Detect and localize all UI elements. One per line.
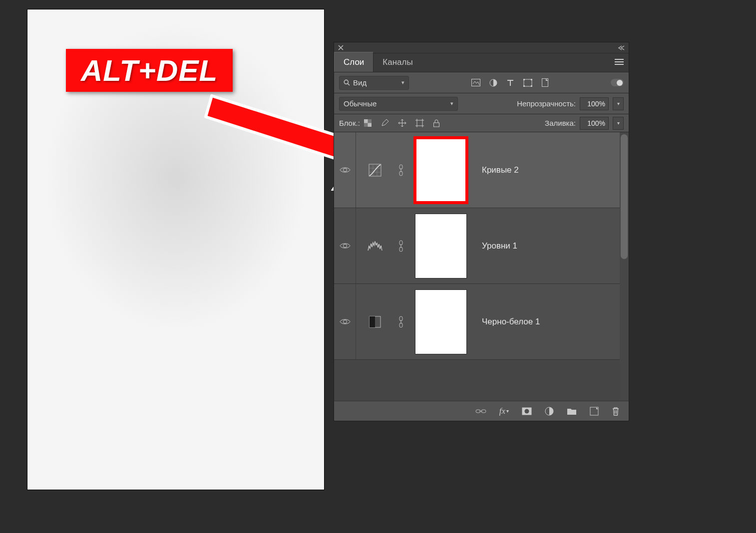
svg-point-14 [343,168,347,172]
new-adjustment-icon[interactable] [545,407,554,416]
shortcut-badge: ALT+DEL [66,49,233,92]
lock-artboard-icon[interactable] [415,119,424,127]
svg-point-28 [525,409,529,413]
fill-stepper[interactable]: ▾ [613,117,624,130]
opacity-value[interactable]: 100% [580,97,609,110]
filter-pixel-icon[interactable] [471,79,480,86]
svg-rect-4 [523,79,525,80]
bw-adjustment-icon[interactable] [369,316,381,328]
fill-value[interactable]: 100% [580,117,609,130]
panel-titlebar [334,42,629,53]
svg-point-18 [343,244,347,248]
panel-tabs: Слои Каналы [334,53,629,72]
add-mask-icon[interactable] [522,407,532,415]
mask-link-icon[interactable] [397,316,404,328]
layer-name[interactable]: Уровни 1 [482,241,517,251]
levels-adjustment-icon[interactable] [368,241,382,251]
lock-all-icon[interactable] [433,119,440,127]
svg-rect-11 [368,123,372,127]
svg-rect-12 [417,120,422,126]
tab-layers[interactable]: Слои [334,52,374,72]
search-icon [344,79,350,86]
collapse-icon[interactable] [618,45,625,50]
filter-type-icon[interactable] [506,79,514,87]
filter-toggle[interactable] [611,79,624,86]
svg-rect-5 [531,79,532,80]
opacity-stepper[interactable]: ▾ [613,97,624,110]
filter-kind-label: Вид [353,78,367,87]
scrollbar-thumb[interactable] [621,134,628,259]
visibility-eye-icon[interactable] [340,166,351,174]
lock-paint-icon[interactable] [380,119,389,127]
layer-row[interactable]: Уровни 1 [334,208,629,284]
panel-menu-icon[interactable] [615,58,624,65]
visibility-eye-icon[interactable] [340,318,351,325]
lock-move-icon[interactable] [398,119,406,127]
svg-rect-13 [433,123,439,127]
svg-point-0 [344,80,348,84]
layers-list: Кривые 2 Уровни 1 Черно-белое 1 [334,132,629,401]
panel-footer: fx▾ [334,401,629,421]
layer-mask-thumbnail[interactable] [415,289,467,354]
close-icon[interactable] [338,45,344,50]
curves-adjustment-icon[interactable] [369,164,381,177]
filter-adjust-icon[interactable] [489,79,497,87]
svg-rect-8 [542,79,548,87]
lock-row: Блок.: Заливка: 100% ▾ [334,114,629,132]
mask-link-icon[interactable] [397,164,404,176]
blend-row: Обычные ▾ Непрозрачность: 100% ▾ [334,93,629,114]
layer-mask-thumbnail[interactable] [415,138,467,203]
lock-label: Блок.: [339,119,360,127]
visibility-eye-icon[interactable] [340,242,351,250]
link-layers-icon[interactable] [475,408,486,414]
blend-mode-dropdown[interactable]: Обычные ▾ [339,97,458,111]
layer-name[interactable]: Кривые 2 [482,165,519,175]
filter-smart-icon[interactable] [541,78,549,87]
layer-row[interactable]: Кривые 2 [334,132,629,208]
layer-style-icon[interactable]: fx▾ [499,406,509,416]
svg-rect-6 [523,85,525,87]
delete-layer-icon[interactable] [612,407,620,416]
layers-panel: Слои Каналы Вид ▾ [334,42,629,421]
svg-rect-7 [531,85,532,87]
svg-point-21 [343,320,347,323]
filter-shape-icon[interactable] [523,79,532,87]
filter-row: Вид ▾ [334,72,629,93]
chevron-down-icon: ▾ [401,79,404,86]
blend-mode-value: Обычные [344,99,377,108]
new-layer-icon[interactable] [590,407,599,416]
shortcut-badge-text: ALT+DEL [81,53,218,88]
svg-rect-3 [524,79,532,86]
filter-kind-dropdown[interactable]: Вид ▾ [339,76,409,90]
tab-channels[interactable]: Каналы [374,52,421,72]
opacity-label: Непрозрачность: [517,99,576,108]
layer-name[interactable]: Черно-белое 1 [482,317,540,327]
chevron-down-icon: ▾ [450,100,453,107]
layer-row[interactable]: Черно-белое 1 [334,284,629,360]
layers-scrollbar[interactable] [620,132,629,401]
new-group-icon[interactable] [567,407,577,415]
fill-label: Заливка: [545,119,576,127]
svg-rect-10 [364,119,368,123]
lock-transparent-icon[interactable] [364,119,372,127]
layer-mask-thumbnail[interactable] [415,214,467,278]
mask-link-icon[interactable] [397,240,404,252]
